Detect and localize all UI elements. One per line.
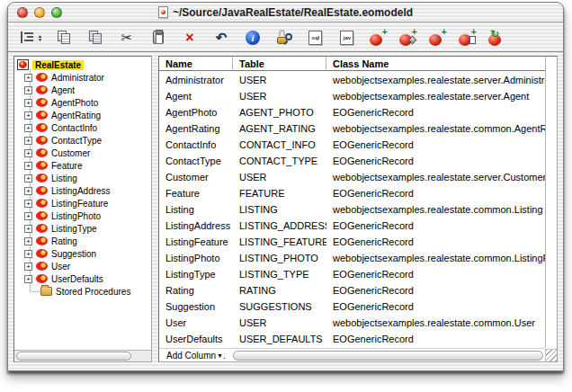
tree-item-userdefaults[interactable]: +UserDefaults — [16, 272, 151, 285]
title-bar[interactable]: ~/Source/JavaRealEstate/RealEstate.eomod… — [8, 3, 563, 22]
scrollbar-thumb[interactable] — [16, 352, 131, 361]
table-vertical-scrollbar[interactable] — [545, 57, 557, 348]
table-row[interactable]: UserDefaultsUSER_DEFAULTSEOGenericRecord — [159, 331, 545, 347]
expand-icon[interactable]: + — [24, 200, 32, 208]
copy-button[interactable] — [54, 28, 74, 48]
duplicate-button[interactable] — [85, 28, 105, 48]
expand-icon[interactable]: + — [24, 275, 32, 283]
expand-icon[interactable]: + — [24, 74, 32, 82]
table-row[interactable]: FeatureFEATUREEOGenericRecord — [159, 185, 545, 201]
entity-icon — [36, 174, 48, 183]
table-row[interactable]: ListingTypeLISTING_TYPEEOGenericRecord — [159, 266, 545, 282]
view-mode-switcher[interactable]: ▲▼ — [21, 28, 42, 48]
tree-item-user[interactable]: +User — [16, 260, 151, 272]
add-stored-procedure-button[interactable]: ↻ — [488, 30, 505, 46]
add-attribute-button[interactable]: + — [399, 30, 416, 46]
entity-icon — [36, 136, 48, 145]
column-header-table[interactable]: Table — [233, 57, 326, 71]
tree-item-feature[interactable]: +Feature — [16, 159, 151, 172]
table-row[interactable]: CustomerUSERwebobjectsexamples.realestat… — [159, 169, 545, 185]
expand-icon[interactable]: + — [24, 263, 32, 271]
entity-icon — [36, 186, 48, 195]
expand-icon[interactable]: + — [24, 174, 32, 183]
plus-badge-icon: + — [382, 27, 388, 36]
content-area: RealEstate +Administrator +Agent +AgentP… — [8, 53, 563, 370]
entity-tree: RealEstate +Administrator +Agent +AgentP… — [14, 57, 151, 349]
tree-item-agent[interactable]: +Agent — [16, 84, 151, 96]
expand-icon[interactable]: + — [24, 187, 32, 195]
table-row[interactable]: ContactTypeCONTACT_TYPEEOGenericRecord — [159, 153, 545, 169]
add-fetchspec-button[interactable]: + — [459, 30, 476, 46]
sidebar-horizontal-scrollbar[interactable] — [14, 350, 151, 361]
table-row[interactable]: ListingAddressLISTING_ADDRESSEOGenericRe… — [159, 218, 545, 234]
expand-icon[interactable]: + — [24, 237, 32, 245]
tree-item-contacttype[interactable]: +ContactType — [16, 134, 151, 147]
expand-icon[interactable]: + — [24, 162, 32, 170]
table-row[interactable]: AgentUSERwebobjectsexamples.realestate.s… — [159, 88, 545, 104]
resize-grip[interactable] — [545, 349, 557, 361]
table-row[interactable]: ListingFeatureLISTING_FEATUREEOGenericRe… — [159, 234, 545, 250]
tree-item-rating[interactable]: +Rating — [16, 235, 151, 247]
table-row[interactable]: UserUSERwebobjectsexamples.realestate.co… — [159, 315, 545, 331]
tree-item-customer[interactable]: +Customer — [16, 147, 151, 159]
delete-x-icon: × — [185, 31, 193, 44]
minimize-button[interactable] — [34, 7, 45, 18]
toolbar: ▲▼ ✂ × ↶ i — [8, 23, 563, 52]
table-row[interactable]: SuggestionSUGGESTIONSEOGenericRecord — [159, 298, 545, 315]
close-button[interactable] — [17, 7, 28, 18]
table-body: AdministratorUSERwebobjectsexamples.real… — [159, 72, 545, 348]
expand-icon[interactable]: + — [24, 250, 32, 258]
tree-item-listing[interactable]: +Listing — [16, 172, 151, 184]
inspector-button[interactable]: i — [243, 28, 263, 48]
window-title-group: ~/Source/JavaRealEstate/RealEstate.eomod… — [158, 6, 413, 19]
folder-icon — [40, 287, 52, 296]
table-row[interactable]: RatingRATINGEOGenericRecord — [159, 282, 545, 298]
window-title: ~/Source/JavaRealEstate/RealEstate.eomod… — [173, 6, 413, 19]
expand-icon[interactable]: + — [24, 137, 32, 145]
add-column-button[interactable]: Add Column▼. — [166, 351, 226, 361]
undo-button[interactable]: ↶ — [211, 28, 231, 48]
tree-item-listingphoto[interactable]: +ListingPhoto — [16, 209, 151, 222]
tree-item-suggestion[interactable]: +Suggestion — [16, 247, 151, 260]
expand-icon[interactable]: + — [24, 124, 32, 132]
tree-root-realestate[interactable]: RealEstate — [16, 58, 151, 71]
tree-root-label[interactable]: RealEstate — [32, 60, 84, 70]
zoom-button[interactable] — [51, 7, 62, 18]
tree-item-stored-procedures[interactable]: Stored Procedures — [16, 285, 151, 298]
table-row[interactable]: ContactInfoCONTACT_INFOEOGenericRecord — [159, 137, 545, 153]
generate-java-button[interactable]: jav — [337, 28, 357, 48]
entity-icon — [36, 249, 48, 258]
add-relationship-button[interactable]: → + — [429, 30, 446, 46]
table-row[interactable]: ListingLISTINGwebobjectsexamples.realest… — [159, 201, 545, 218]
expand-icon[interactable]: + — [24, 86, 32, 94]
column-header-name[interactable]: Name — [159, 57, 233, 71]
cut-button[interactable]: ✂ — [117, 28, 137, 48]
expand-icon[interactable]: + — [24, 225, 32, 233]
expand-icon[interactable]: + — [24, 212, 32, 220]
tree-item-administrator[interactable]: +Administrator — [16, 71, 151, 84]
expand-icon[interactable]: + — [24, 149, 32, 157]
add-entity-button[interactable]: + — [370, 30, 387, 46]
outline-view-icon — [21, 31, 34, 43]
browse-data-button[interactable] — [274, 28, 294, 48]
tree-item-agentphoto[interactable]: +AgentPhoto — [16, 96, 151, 109]
table-row[interactable]: AgentRatingAGENT_RATINGwebobjectsexample… — [159, 120, 545, 137]
delete-button[interactable]: × — [180, 28, 200, 48]
table-row[interactable]: AgentPhotoAGENT_PHOTOEOGenericRecord — [159, 104, 545, 120]
paste-button[interactable] — [148, 28, 168, 48]
expand-icon[interactable]: + — [24, 99, 32, 107]
table-horizontal-scrollbar[interactable] — [231, 350, 545, 361]
scrollbar-thumb[interactable] — [233, 351, 543, 361]
view-stepper-icon[interactable]: ▲▼ — [38, 34, 42, 41]
tree-item-listingfeature[interactable]: +ListingFeature — [16, 197, 151, 209]
tree-item-contactinfo[interactable]: +ContactInfo — [16, 121, 151, 134]
column-header-classname[interactable]: Class Name — [326, 57, 545, 71]
tree-item-listingtype[interactable]: +ListingType — [16, 222, 151, 235]
table-row[interactable]: AdministratorUSERwebobjectsexamples.real… — [159, 72, 545, 88]
expand-icon[interactable]: + — [24, 111, 32, 120]
tree-item-listingaddress[interactable]: +ListingAddress — [16, 184, 151, 197]
document-icon — [158, 6, 168, 18]
table-row[interactable]: ListingPhotoLISTING_PHOTOwebobjectsexamp… — [159, 250, 545, 266]
tree-item-agentrating[interactable]: +AgentRating — [16, 109, 151, 121]
generate-sql-button[interactable]: sql — [306, 28, 326, 48]
